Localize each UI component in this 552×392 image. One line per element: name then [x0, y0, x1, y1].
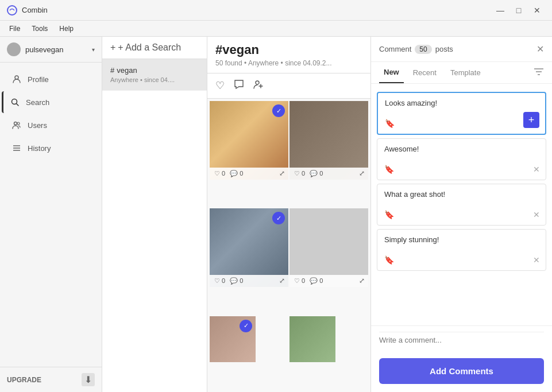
menubar: File Tools Help	[0, 21, 552, 37]
add-search-button[interactable]: + + Add a Search	[102, 37, 207, 59]
comment-actions-row: 🔖	[384, 255, 539, 265]
minimize-button[interactable]: —	[492, 2, 508, 18]
download-icon[interactable]: ⬇	[82, 373, 95, 386]
comment-entry[interactable]: Awesome! 🔖 ✕	[377, 138, 546, 180]
tab-new[interactable]: New	[379, 62, 404, 83]
app-title: Combin	[22, 6, 492, 14]
sidebar-label-users: Users	[28, 121, 47, 130]
add-comment-button[interactable]: +	[523, 112, 539, 128]
titlebar: Combin — □ ✕	[0, 0, 552, 21]
comment-count: 💬 0	[310, 170, 323, 177]
sidebar-item-history[interactable]: History	[3, 137, 98, 159]
posts-grid: ✓ ♡ 0 💬 0 ⤢ ♡ 0 💬 0 ⤢ ✓ ♡ 0	[207, 99, 370, 392]
expand-icon[interactable]: ⤢	[279, 169, 285, 177]
sidebar: pulsevegan ▾ Profile	[0, 37, 102, 392]
hashtag-symbol: #	[110, 66, 114, 75]
post-selected-check: ✓	[272, 212, 285, 224]
write-comment-area	[371, 325, 552, 354]
post-cell[interactable]: ✓ ♡ 0 💬 0 ⤢	[210, 101, 288, 180]
comment-text: Simply stunning!	[384, 235, 539, 244]
like-count: ♡ 0	[214, 277, 225, 285]
sidebar-bottom: UPGRADE ⬇	[0, 367, 102, 392]
bookmark-icon[interactable]: 🔖	[384, 210, 394, 219]
bookmark-icon[interactable]: 🔖	[384, 165, 394, 174]
like-action-icon[interactable]: ♡	[215, 79, 225, 92]
app-body: pulsevegan ▾ Profile	[0, 37, 552, 392]
delete-comment-button[interactable]: ✕	[533, 165, 540, 174]
comment-actions-row: 🔖	[384, 210, 539, 219]
write-comment-input[interactable]	[379, 332, 544, 348]
account-switcher[interactable]: pulsevegan ▾	[0, 37, 102, 63]
users-icon	[11, 120, 22, 130]
posts-header: #vegan 50 found • Anywhere • since 04.09…	[207, 37, 370, 73]
upgrade-button[interactable]: UPGRADE	[7, 376, 41, 384]
bookmark-icon[interactable]: 🔖	[385, 119, 395, 128]
tab-recent[interactable]: Recent	[408, 63, 441, 83]
sidebar-item-search[interactable]: Search	[2, 91, 98, 113]
svg-point-9	[256, 81, 259, 84]
follow-action-icon[interactable]	[253, 79, 264, 92]
maximize-button[interactable]: □	[511, 2, 527, 18]
comment-count: 💬 0	[230, 277, 243, 285]
app-logo	[7, 5, 17, 15]
menu-tools[interactable]: Tools	[27, 24, 52, 34]
post-selected-check: ✓	[272, 104, 285, 117]
profile-icon	[11, 74, 22, 84]
search-item-title: # vegan	[110, 66, 199, 75]
post-cell[interactable]: ✓	[210, 316, 256, 362]
post-cell[interactable]	[289, 316, 335, 362]
sidebar-item-users[interactable]: Users	[3, 114, 98, 136]
post-cell[interactable]: ♡ 0 💬 0 ⤢	[289, 208, 368, 287]
posts-actions: ♡	[207, 73, 370, 99]
sidebar-label-history: History	[28, 144, 51, 153]
comment-entry[interactable]: Simply stunning! 🔖 ✕	[377, 229, 546, 271]
svg-point-4	[14, 122, 17, 125]
delete-comment-button[interactable]: ✕	[533, 210, 540, 219]
like-count: ♡ 0	[214, 170, 225, 177]
plus-icon: +	[110, 42, 115, 53]
comment-action-icon[interactable]	[234, 79, 244, 92]
posts-title: #vegan	[215, 42, 362, 57]
svg-point-0	[7, 6, 17, 15]
posts-meta: 50 found • Anywhere • since 04.09.2...	[215, 59, 362, 67]
svg-point-1	[15, 76, 18, 79]
sidebar-label-profile: Profile	[28, 75, 49, 84]
search-icon	[10, 97, 20, 107]
post-selected-check: ✓	[240, 320, 252, 332]
search-item-subtitle: Anywhere • since 04....	[110, 76, 199, 83]
delete-comment-button[interactable]: ✕	[533, 255, 540, 265]
comment-text: Looks amazing!	[385, 99, 538, 107]
window-controls: — □ ✕	[492, 2, 545, 18]
comment-header-posts: posts	[435, 45, 536, 53]
sidebar-item-profile[interactable]: Profile	[3, 68, 98, 90]
like-count: ♡ 0	[294, 170, 305, 177]
tab-template[interactable]: Template	[446, 63, 485, 83]
comment-tabs: New Recent Template	[371, 62, 552, 84]
menu-file[interactable]: File	[5, 24, 25, 34]
add-search-label: + Add a Search	[118, 42, 181, 53]
expand-icon[interactable]: ⤢	[359, 277, 365, 285]
bookmark-icon[interactable]: 🔖	[384, 255, 394, 265]
post-footer: ♡ 0 💬 0 ⤢	[289, 275, 368, 287]
search-list-item[interactable]: # vegan Anywhere • since 04....	[102, 59, 207, 91]
post-cell[interactable]: ✓ ♡ 0 💬 0 ⤢	[210, 208, 288, 287]
posts-panel: #vegan 50 found • Anywhere • since 04.09…	[207, 37, 370, 392]
comment-count: 💬 0	[310, 277, 323, 285]
expand-icon[interactable]: ⤢	[359, 169, 365, 177]
expand-icon[interactable]: ⤢	[279, 277, 285, 285]
filter-icon[interactable]	[534, 68, 544, 78]
comment-text: Awesome!	[384, 145, 539, 153]
menu-help[interactable]: Help	[55, 24, 78, 34]
post-footer: ♡ 0 💬 0 ⤢	[210, 168, 288, 180]
comment-entry[interactable]: What a great shot! 🔖 ✕	[377, 184, 546, 226]
comment-header-title: Comment	[379, 45, 411, 53]
post-footer: ♡ 0 💬 0 ⤢	[210, 275, 288, 287]
comment-actions-row: 🔖	[385, 119, 538, 128]
close-button[interactable]: ✕	[529, 2, 545, 18]
add-comments-button[interactable]: Add Comments	[379, 358, 544, 384]
comment-list: Looks amazing! 🔖 + Awesome! 🔖 ✕ What a g…	[371, 84, 552, 325]
svg-line-3	[17, 104, 19, 106]
close-panel-button[interactable]: ✕	[536, 44, 544, 55]
comment-entry[interactable]: Looks amazing! 🔖 +	[377, 92, 546, 135]
post-cell[interactable]: ♡ 0 💬 0 ⤢	[289, 101, 368, 180]
